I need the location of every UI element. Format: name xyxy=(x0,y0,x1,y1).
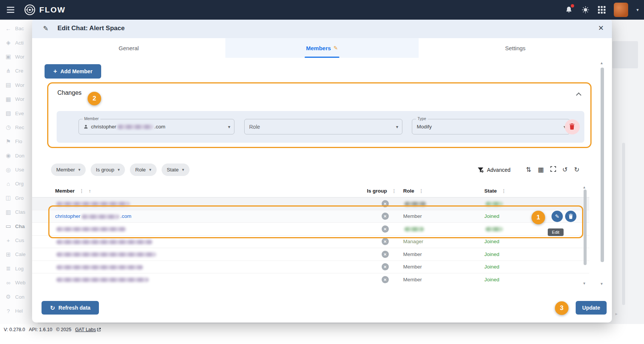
dropdown-arrow-icon: ▾ xyxy=(79,167,81,172)
notifications-icon[interactable] xyxy=(565,6,573,14)
not-group-icon: × xyxy=(382,276,389,283)
theme-icon[interactable] xyxy=(581,6,590,14)
dialog-title: Edit Chat: Alert Space xyxy=(57,25,125,32)
annotation-step-1: 1 xyxy=(532,211,545,224)
refresh-data-label: Refresh data xyxy=(59,305,91,311)
dialog-scrollbar-thumb[interactable] xyxy=(601,68,604,262)
sort-asc-icon[interactable]: ↑ xyxy=(89,188,91,194)
plus-icon: + xyxy=(53,68,57,75)
table-row[interactable]: × xyxy=(32,223,589,236)
column-menu-icon[interactable]: ⋮ xyxy=(501,188,506,194)
member-field-label: Member xyxy=(83,116,100,121)
column-menu-icon[interactable]: ⋮ xyxy=(391,188,396,194)
tab-label: Settings xyxy=(505,45,525,51)
change-type-select[interactable]: Type Modify ▾ xyxy=(412,119,570,134)
add-member-label: Add Member xyxy=(60,68,92,74)
flow-logo-icon[interactable] xyxy=(24,4,35,15)
scroll-up-icon[interactable]: ▴ xyxy=(601,61,603,65)
filter-chip-member[interactable]: Member▾ xyxy=(51,164,86,176)
table-scrollbar-thumb[interactable] xyxy=(584,190,587,265)
table-row[interactable]: × Member Joined xyxy=(32,273,589,286)
redacted-state xyxy=(485,202,503,206)
change-member-select[interactable]: Member christopher.com ▾ xyxy=(79,119,234,134)
dropdown-arrow-icon: ▾ xyxy=(228,124,230,130)
table-toolbar: Advanced ⇅ ▦ ↺ ↻ xyxy=(478,164,579,176)
caret-down-icon[interactable]: ▾ xyxy=(636,7,639,12)
member-email-suffix: .com xyxy=(154,124,165,130)
trash-icon xyxy=(569,123,575,130)
dialog-scrollbar[interactable]: ▴ ▾ xyxy=(601,61,604,286)
table-row[interactable]: × Manager Joined xyxy=(32,236,589,248)
avatar[interactable] xyxy=(614,3,628,17)
filter-chip-state[interactable]: State▾ xyxy=(162,164,190,176)
dropdown-arrow-icon: ▾ xyxy=(182,167,184,172)
change-role-select[interactable]: Role ▾ xyxy=(244,119,402,134)
menu-icon[interactable] xyxy=(7,7,14,13)
columns-icon[interactable]: ▦ xyxy=(538,166,544,174)
undo-icon[interactable]: ↺ xyxy=(562,166,568,174)
apps-grid-icon[interactable] xyxy=(598,6,605,14)
fullscreen-icon[interactable] xyxy=(550,166,556,174)
refresh-icon[interactable]: ↻ xyxy=(574,166,579,174)
redacted-email xyxy=(56,227,126,231)
redacted-state xyxy=(485,227,503,231)
chip-label: Role xyxy=(135,167,146,173)
role-cell: Member xyxy=(403,251,484,257)
delete-change-button[interactable] xyxy=(565,119,580,134)
advanced-filter-icon[interactable] xyxy=(478,167,484,173)
page-footer: V: 0.278.0 API: 1.6.10 © 2025 GAT Labs xyxy=(0,324,644,344)
chip-label: Is group xyxy=(96,167,114,173)
add-member-button[interactable]: + Add Member xyxy=(45,64,101,79)
role-cell: Member xyxy=(403,277,484,282)
scroll-up-icon[interactable]: ▴ xyxy=(583,185,585,189)
not-group-icon: × xyxy=(382,263,389,270)
scroll-down-icon[interactable]: ▾ xyxy=(583,281,585,285)
gat-labs-link[interactable]: GAT Labs xyxy=(75,327,101,332)
tab-settings[interactable]: Settings xyxy=(419,38,612,58)
update-button[interactable]: Update xyxy=(576,301,607,315)
delete-member-button[interactable] xyxy=(565,211,576,222)
table-header-row: Member⋮↑ Is group⋮ Role⋮ State⋮ xyxy=(32,185,589,197)
brand-title: FLOW xyxy=(39,5,66,14)
notification-dot xyxy=(571,4,574,8)
state-cell: Joined xyxy=(484,264,550,270)
table-row-selected[interactable]: christopher.com × Member Joined ✎ xyxy=(32,210,589,223)
redacted-email xyxy=(56,202,130,206)
annotation-step-3: 3 xyxy=(555,301,569,315)
redacted-email xyxy=(56,278,149,282)
not-group-icon: × xyxy=(382,213,389,220)
dropdown-arrow-icon: ▾ xyxy=(118,167,120,172)
redacted-email xyxy=(56,252,156,257)
not-group-icon: × xyxy=(382,200,389,207)
filter-chip-is-group[interactable]: Is group▾ xyxy=(91,164,125,176)
topbar-actions: ▾ xyxy=(565,0,639,20)
edit-tooltip: Edit xyxy=(548,228,564,236)
edit-chat-dialog: ✎ Edit Chat: Alert Space × General Membe… xyxy=(32,19,612,322)
density-icon[interactable]: ⇅ xyxy=(526,166,531,174)
collapse-chevron-icon[interactable] xyxy=(576,93,581,98)
redacted-email xyxy=(56,265,143,270)
col-is-group: Is group xyxy=(367,188,387,194)
column-menu-icon[interactable]: ⋮ xyxy=(79,188,84,194)
unsaved-changes-pencil-icon: ✎ xyxy=(334,45,338,51)
tab-label: Members xyxy=(306,45,331,51)
tab-members[interactable]: Members ✎ xyxy=(225,38,419,58)
table-scrollbar[interactable]: ▴ ▾ xyxy=(584,185,587,285)
edit-member-button[interactable]: ✎ xyxy=(552,211,563,222)
member-email-link[interactable]: christopher.com xyxy=(55,213,131,219)
column-menu-icon[interactable]: ⋮ xyxy=(419,188,424,194)
refresh-data-button[interactable]: ↻ Refresh data xyxy=(42,301,99,315)
close-icon[interactable]: × xyxy=(598,23,604,32)
role-cell: Manager xyxy=(403,239,484,244)
scroll-down-icon[interactable]: ▾ xyxy=(601,282,603,286)
copyright: © 2025 xyxy=(56,327,71,332)
table-row[interactable]: × Member Joined xyxy=(32,248,589,261)
table-row[interactable]: × xyxy=(32,197,589,210)
table-row[interactable]: × Member Joined xyxy=(32,261,589,274)
members-table: Member⋮↑ Is group⋮ Role⋮ State⋮ × christ… xyxy=(32,185,589,286)
member-email-prefix: christopher xyxy=(55,213,80,219)
redacted-role xyxy=(404,202,426,206)
filter-chip-role[interactable]: Role▾ xyxy=(130,164,156,176)
advanced-filter-label[interactable]: Advanced xyxy=(487,167,510,173)
tab-general[interactable]: General xyxy=(32,38,225,58)
